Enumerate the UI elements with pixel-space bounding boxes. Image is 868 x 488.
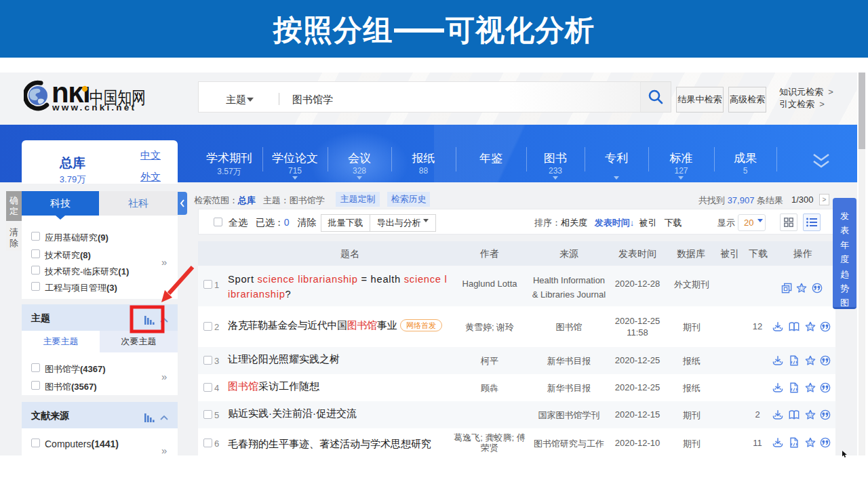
svg-text:www.cnki.net: www.cnki.net	[52, 102, 136, 113]
